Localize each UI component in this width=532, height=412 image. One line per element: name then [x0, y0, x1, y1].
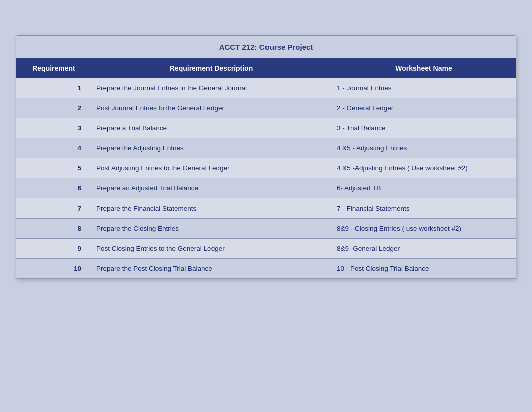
cell-requirement-num: 5 [16, 158, 91, 178]
table-row: 5Post Adjusting Entries to the General L… [16, 158, 516, 178]
cell-worksheet-name: 1 - Journal Entries [332, 78, 516, 98]
cell-worksheet-name: 8&9- General Ledger [332, 239, 516, 259]
cell-requirement-num: 4 [16, 138, 91, 158]
col-header-requirement: Requirement [16, 58, 91, 78]
cell-requirement-num: 7 [16, 198, 91, 219]
cell-worksheet-name: 8&9 - Closing Entries ( use worksheet #2… [332, 219, 516, 239]
cell-requirement-num: 6 [16, 178, 91, 198]
table-row: 3Prepare a Trial Balance3 - Trial Balanc… [16, 118, 516, 138]
cell-requirement-num: 2 [16, 98, 91, 118]
cell-worksheet-name: 2 - General Ledger [332, 98, 516, 118]
table-body: 1Prepare the Journal Entries in the Gene… [16, 78, 516, 279]
cell-requirement-description: Prepare the Adjusting Entries [91, 138, 332, 158]
col-header-description: Requirement Description [91, 58, 332, 78]
cell-requirement-description: Prepare the Post Closing Trial Balance [91, 259, 332, 279]
cell-worksheet-name: 10 - Post Closing Trial Balance [332, 259, 516, 279]
cell-requirement-num: 10 [16, 259, 91, 279]
cell-requirement-description: Prepare the Journal Entries in the Gener… [91, 78, 332, 98]
cell-worksheet-name: 6- Adjusted TB [332, 178, 516, 198]
table-row: 9Post Closing Entries to the General Led… [16, 239, 516, 259]
col-header-worksheet: Worksheet Name [332, 58, 516, 78]
table-row: 4Prepare the Adjusting Entries4 &5 - Adj… [16, 138, 516, 158]
cell-requirement-description: Prepare an Adjusted Trial Balance [91, 178, 332, 198]
cell-requirement-num: 9 [16, 239, 91, 259]
table-row: 2Post Journal Entries to the General Led… [16, 98, 516, 118]
cell-worksheet-name: 3 - Trial Balance [332, 118, 516, 138]
table-row: 10Prepare the Post Closing Trial Balance… [16, 259, 516, 279]
cell-requirement-num: 3 [16, 118, 91, 138]
cell-requirement-num: 8 [16, 219, 91, 239]
table-row: 8Prepare the Closing Entries8&9 - Closin… [16, 219, 516, 239]
cell-worksheet-name: 7 - Financial Statements [332, 198, 516, 219]
cell-requirement-description: Post Adjusting Entries to the General Le… [91, 158, 332, 178]
table-title: ACCT 212: Course Project [16, 36, 516, 58]
cell-requirement-description: Prepare a Trial Balance [91, 118, 332, 138]
cell-requirement-description: Post Journal Entries to the General Ledg… [91, 98, 332, 118]
table-row: 6Prepare an Adjusted Trial Balance6- Adj… [16, 178, 516, 198]
requirements-table: Requirement Requirement Description Work… [16, 58, 516, 279]
table-header-row: Requirement Requirement Description Work… [16, 58, 516, 78]
table-row: 1Prepare the Journal Entries in the Gene… [16, 78, 516, 98]
table-row: 7Prepare the Financial Statements7 - Fin… [16, 198, 516, 219]
table-container: ACCT 212: Course Project Requirement Req… [16, 35, 516, 279]
cell-requirement-num: 1 [16, 78, 91, 98]
cell-requirement-description: Post Closing Entries to the General Ledg… [91, 239, 332, 259]
cell-worksheet-name: 4 &5 -Adjusting Entries ( Use worksheet … [332, 158, 516, 178]
cell-worksheet-name: 4 &5 - Adjusting Entries [332, 138, 516, 158]
cell-requirement-description: Prepare the Closing Entries [91, 219, 332, 239]
cell-requirement-description: Prepare the Financial Statements [91, 198, 332, 219]
